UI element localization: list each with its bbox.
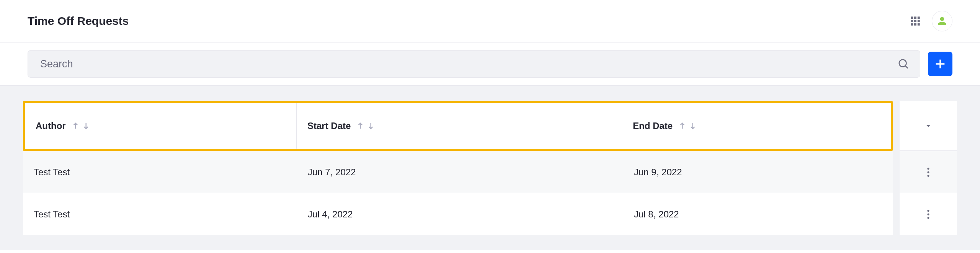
table-body: Test Test Jun 7, 2022 Jun 9, 2022 Test T… (23, 151, 957, 235)
table-row[interactable]: Test Test Jul 4, 2022 Jul 8, 2022 (23, 193, 957, 235)
svg-point-24 (927, 217, 929, 219)
column-label: End Date (633, 121, 673, 131)
sort-icon (679, 121, 696, 131)
plus-icon (934, 57, 947, 70)
svg-point-21 (927, 175, 929, 176)
cell-end-date: Jul 8, 2022 (623, 209, 893, 220)
sort-icon (357, 121, 374, 131)
kebab-menu-icon (927, 167, 930, 178)
search-field-wrap (28, 50, 920, 78)
svg-line-10 (905, 66, 908, 68)
topbar: Time Off Requests (0, 0, 980, 42)
cell-start-date: Jun 7, 2022 (297, 167, 623, 178)
row-main: Test Test Jun 7, 2022 Jun 9, 2022 (23, 151, 893, 193)
toolbar (0, 42, 980, 86)
table-container: Author Start Date End Date (23, 101, 957, 151)
apps-grid-icon[interactable] (910, 15, 921, 27)
cell-author: Test Test (23, 209, 297, 220)
cell-start-date: Jul 4, 2022 (297, 209, 623, 220)
column-label: Author (36, 121, 66, 131)
user-avatar[interactable] (932, 11, 952, 31)
add-button[interactable] (928, 52, 952, 76)
row-actions-button[interactable] (900, 193, 957, 235)
row-actions-button[interactable] (900, 151, 957, 193)
actions-column-header-wrap (900, 101, 957, 151)
chevron-down-icon (924, 122, 933, 130)
search-input[interactable] (28, 51, 887, 77)
table-header-highlighted: Author Start Date End Date (23, 101, 893, 151)
column-header-author[interactable]: Author (25, 103, 297, 149)
kebab-menu-icon (927, 209, 930, 220)
table-header-row: Author Start Date End Date (25, 103, 891, 149)
svg-rect-8 (918, 23, 920, 26)
svg-point-20 (927, 171, 929, 173)
svg-point-9 (899, 60, 906, 67)
svg-rect-2 (918, 16, 920, 19)
svg-point-22 (927, 210, 929, 212)
svg-rect-4 (914, 20, 916, 22)
search-icon (898, 58, 909, 70)
column-header-start-date[interactable]: Start Date (297, 103, 622, 149)
column-header-end-date[interactable]: End Date (622, 103, 891, 149)
cell-author: Test Test (23, 167, 297, 178)
svg-point-19 (927, 168, 929, 170)
svg-rect-6 (911, 23, 913, 26)
topbar-actions (910, 11, 952, 31)
sort-icon (72, 121, 90, 131)
search-button[interactable] (887, 51, 920, 77)
svg-point-23 (927, 213, 929, 215)
content-area: Author Start Date End Date (0, 86, 980, 250)
column-label: Start Date (307, 121, 351, 131)
table-row[interactable]: Test Test Jun 7, 2022 Jun 9, 2022 (23, 151, 957, 193)
svg-rect-5 (918, 20, 920, 22)
cell-end-date: Jun 9, 2022 (623, 167, 893, 178)
svg-rect-1 (914, 16, 916, 19)
page-title: Time Off Requests (28, 15, 129, 28)
row-main: Test Test Jul 4, 2022 Jul 8, 2022 (23, 193, 893, 235)
column-options-dropdown[interactable] (900, 101, 957, 151)
svg-rect-3 (911, 20, 913, 22)
svg-rect-7 (914, 23, 916, 26)
svg-rect-0 (911, 16, 913, 19)
